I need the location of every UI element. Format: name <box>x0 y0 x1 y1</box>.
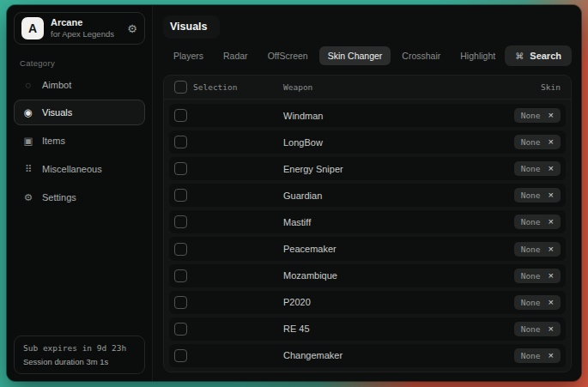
row-checkbox[interactable] <box>174 243 187 256</box>
skin-value: None <box>521 190 541 200</box>
sidebar-item-label: Miscellaneous <box>42 164 102 174</box>
row-checkbox[interactable] <box>174 269 187 282</box>
weapon-name: Energy Sniper <box>283 164 478 174</box>
table-row: Guardian None× <box>169 184 566 207</box>
row-checkbox[interactable] <box>174 162 187 175</box>
settings-icon: ⚙ <box>22 191 34 203</box>
weapon-name: LongBow <box>283 137 478 148</box>
weapon-name: RE 45 <box>283 324 478 334</box>
sidebar-item-aimbot[interactable]: ◌ Aimbot <box>14 73 145 97</box>
skin-badge[interactable]: None× <box>514 188 561 203</box>
skin-badge[interactable]: None× <box>514 161 561 176</box>
remove-skin-icon[interactable]: × <box>549 217 554 227</box>
remove-skin-icon[interactable]: × <box>549 271 554 281</box>
table-row: Changemaker None× <box>169 344 566 367</box>
skin-badge[interactable]: None× <box>514 295 561 310</box>
aimbot-icon: ◌ <box>22 80 34 90</box>
tab-crosshair[interactable]: Crosshair <box>393 46 449 65</box>
sidebar-item-miscellaneous[interactable]: ⠿ Miscellaneous <box>14 156 145 182</box>
table-row: P2020 None× <box>169 291 566 314</box>
app-meta: Arcane for Apex Legends <box>51 17 120 39</box>
tab-bar: Players Radar OffScreen Skin Changer Cro… <box>165 46 504 65</box>
tab-radar[interactable]: Radar <box>215 46 257 65</box>
sidebar-item-label: Settings <box>42 192 76 203</box>
category-label: Category <box>20 58 145 68</box>
table-row: Mozambique None× <box>169 264 566 287</box>
column-header-weapon: Weapon <box>283 82 478 92</box>
search-button[interactable]: ⌘ Search <box>505 45 572 66</box>
gear-icon[interactable]: ⚙ <box>127 22 137 35</box>
weapon-name: P2020 <box>283 297 478 307</box>
remove-skin-icon[interactable]: × <box>549 245 554 254</box>
sidebar: A Arcane for Apex Legends ⚙ Category ◌ A… <box>7 5 153 381</box>
remove-skin-icon[interactable]: × <box>549 111 554 120</box>
sidebar-item-label: Aimbot <box>42 80 71 90</box>
tab-offscreen[interactable]: OffScreen <box>259 46 317 65</box>
command-icon: ⌘ <box>515 51 524 61</box>
weapon-name: Windman <box>283 111 478 121</box>
sidebar-item-visuals[interactable]: ◉ Visuals <box>14 100 145 125</box>
tab-skin-changer[interactable]: Skin Changer <box>319 46 391 65</box>
skin-badge[interactable]: None× <box>514 322 561 336</box>
table-body: Windman None× LongBow None× Energy Snipe… <box>164 100 571 372</box>
sub-expires-text: Sub expires in 9d 23h <box>23 343 136 353</box>
weapon-name: Mastiff <box>283 217 478 227</box>
skin-value: None <box>521 351 541 360</box>
select-all-checkbox[interactable] <box>174 81 187 94</box>
row-checkbox[interactable] <box>174 215 187 228</box>
row-checkbox[interactable] <box>174 349 187 362</box>
visuals-icon: ◉ <box>22 106 34 118</box>
sidebar-nav: ◌ Aimbot ◉ Visuals ▣ Items ⠿ Miscellaneo… <box>14 73 145 210</box>
skin-badge[interactable]: None× <box>514 135 561 149</box>
app-header-card: A Arcane for Apex Legends ⚙ <box>14 12 145 45</box>
table-header-row: Selection Weapon Skin <box>164 76 571 100</box>
skin-table: Selection Weapon Skin Windman None× Long <box>163 75 572 372</box>
sidebar-item-label: Items <box>42 136 65 146</box>
skin-value: None <box>521 111 541 120</box>
weapon-name: Peacemaker <box>283 244 478 254</box>
skin-badge[interactable]: None× <box>514 269 561 283</box>
row-checkbox[interactable] <box>174 323 187 336</box>
page-title-chip: Visuals <box>163 15 220 39</box>
main-panel: Visuals Players Radar OffScreen Skin Cha… <box>153 5 581 381</box>
remove-skin-icon[interactable]: × <box>549 298 554 307</box>
skin-value: None <box>521 164 541 173</box>
weapon-name: Changemaker <box>283 350 478 360</box>
weapon-name: Mozambique <box>283 270 478 281</box>
app-title: Arcane <box>51 17 120 29</box>
column-header-skin: Skin <box>478 82 561 92</box>
column-header-selection: Selection <box>193 82 283 92</box>
remove-skin-icon[interactable]: × <box>549 137 554 147</box>
session-duration-text: Session duration 3m 1s <box>23 357 136 366</box>
row-checkbox[interactable] <box>174 136 187 148</box>
app-window: A Arcane for Apex Legends ⚙ Category ◌ A… <box>7 5 581 381</box>
sidebar-item-settings[interactable]: ⚙ Settings <box>14 184 145 210</box>
table-row: Peacemaker None× <box>169 237 566 260</box>
remove-skin-icon[interactable]: × <box>549 351 554 360</box>
items-icon: ▣ <box>22 135 34 147</box>
skin-value: None <box>521 245 541 254</box>
skin-badge[interactable]: None× <box>514 348 561 363</box>
tab-highlight[interactable]: Highlight <box>452 46 504 65</box>
skin-badge[interactable]: None× <box>514 108 561 123</box>
remove-skin-icon[interactable]: × <box>549 164 554 173</box>
table-row: RE 45 None× <box>169 317 566 341</box>
sidebar-item-label: Visuals <box>42 107 72 118</box>
row-checkbox[interactable] <box>174 189 187 202</box>
table-row: Energy Sniper None× <box>169 157 566 180</box>
toolbar: Players Radar OffScreen Skin Changer Cro… <box>165 45 572 66</box>
row-checkbox[interactable] <box>174 296 187 309</box>
sidebar-item-items[interactable]: ▣ Items <box>14 128 145 154</box>
app-subtitle: for Apex Legends <box>51 29 120 39</box>
skin-badge[interactable]: None× <box>514 215 561 229</box>
skin-value: None <box>521 217 541 227</box>
remove-skin-icon[interactable]: × <box>549 324 554 334</box>
skin-value: None <box>521 271 541 281</box>
remove-skin-icon[interactable]: × <box>549 190 554 200</box>
skin-value: None <box>521 324 541 334</box>
row-checkbox[interactable] <box>174 109 187 122</box>
table-row: LongBow None× <box>169 130 566 154</box>
tab-players[interactable]: Players <box>165 46 212 65</box>
table-row: Windman None× <box>169 104 566 127</box>
skin-badge[interactable]: None× <box>514 242 561 257</box>
